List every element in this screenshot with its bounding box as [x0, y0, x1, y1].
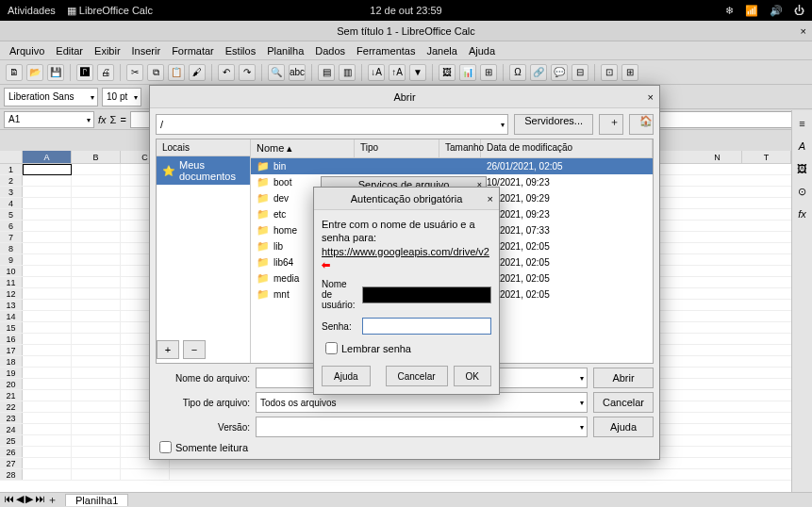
col-header-n[interactable]: N — [693, 151, 742, 163]
clock[interactable]: 12 de out 23:59 — [370, 5, 441, 16]
sheet-tab[interactable]: Planilha1 — [65, 494, 128, 506]
paste-icon[interactable]: 📋 — [168, 64, 185, 81]
menu-estilos[interactable]: Estilos — [222, 43, 259, 58]
sheet-last-icon[interactable]: ⏭ — [35, 493, 45, 507]
auth-dialog-close-button[interactable]: × — [488, 193, 493, 204]
sort-asc-icon[interactable]: ↓A — [368, 64, 385, 81]
pivot-icon[interactable]: ⊞ — [480, 64, 497, 81]
menu-arquivo[interactable]: Arquivo — [6, 43, 48, 58]
sheet-first-icon[interactable]: ⏮ — [4, 493, 14, 507]
col-header-a[interactable]: A — [23, 151, 72, 163]
sheet-prev-icon[interactable]: ◀ — [16, 493, 24, 507]
copy-icon[interactable]: ⧉ — [147, 64, 164, 81]
app-indicator[interactable]: ▦ LibreOffice Calc — [67, 5, 153, 17]
font-name-input[interactable] — [4, 88, 98, 106]
headers-icon[interactable]: ⊟ — [572, 64, 588, 81]
path-input[interactable] — [156, 114, 508, 135]
volume-icon[interactable]: 🔊 — [770, 5, 783, 17]
folder-icon: 📁 — [257, 208, 270, 221]
col-type[interactable]: Tipo — [355, 139, 439, 157]
open-button[interactable]: Abrir — [593, 368, 654, 388]
weather-icon[interactable]: ❄ — [725, 5, 734, 17]
find-icon[interactable]: 🔍 — [268, 64, 285, 81]
sidebar-gallery-icon[interactable]: 🖼 — [795, 161, 810, 176]
menu-formatar[interactable]: Formatar — [168, 43, 218, 58]
fx-icon[interactable]: fx — [98, 114, 107, 125]
menu-dados[interactable]: Dados — [311, 43, 349, 58]
link-icon[interactable]: 🔗 — [530, 64, 547, 81]
pdf-icon[interactable]: 🅿 — [76, 64, 93, 81]
menu-inserir[interactable]: Inserir — [128, 43, 165, 58]
col-header-b[interactable]: B — [72, 151, 121, 163]
sidebar-styles-icon[interactable]: A — [795, 139, 810, 154]
chart-icon[interactable]: 📊 — [459, 64, 476, 81]
menu-ferramentas[interactable]: Ferramentas — [353, 43, 419, 58]
power-icon[interactable]: ⏻ — [794, 5, 804, 16]
menu-planilha[interactable]: Planilha — [263, 43, 307, 58]
col-date[interactable]: Data de modificação — [481, 139, 653, 157]
network-icon[interactable]: 📶 — [745, 5, 758, 17]
sort-desc-icon[interactable]: ↑A — [389, 64, 406, 81]
comment-icon[interactable]: 💬 — [551, 64, 568, 81]
places-panel: Locais ⭐ Meus documentos + − — [157, 139, 251, 363]
places-remove-button[interactable]: − — [183, 340, 206, 359]
new-icon[interactable]: 🗎 — [6, 64, 23, 81]
menu-editar[interactable]: Editar — [52, 43, 87, 58]
special-icon[interactable]: Ω — [509, 64, 526, 81]
row-icon[interactable]: ▤ — [318, 64, 335, 81]
cell-reference-input[interactable] — [4, 111, 94, 128]
new-folder-button[interactable]: ＋ — [599, 114, 623, 135]
readonly-checkbox[interactable] — [159, 441, 172, 453]
sheet-add-icon[interactable]: ＋ — [47, 493, 58, 507]
undo-icon[interactable]: ↶ — [218, 64, 235, 81]
image-icon[interactable]: 🖼 — [439, 64, 456, 81]
auth-ok-button[interactable]: OK — [454, 366, 491, 386]
col-name[interactable]: Nome ▴ — [251, 139, 355, 157]
spell-icon[interactable]: abc — [289, 64, 306, 81]
menu-exibir[interactable]: Exibir — [91, 43, 124, 58]
menu-janela[interactable]: Janela — [423, 43, 460, 58]
sidebar-navigator-icon[interactable]: ⊙ — [795, 184, 810, 199]
menu-ajuda[interactable]: Ajuda — [465, 43, 499, 58]
password-input[interactable] — [362, 318, 491, 335]
sort-arrow-icon: ▴ — [287, 142, 292, 154]
servers-button[interactable]: Servidores... — [514, 114, 593, 135]
filter-icon[interactable]: ▼ — [409, 64, 426, 81]
open-icon[interactable]: 📂 — [26, 64, 43, 81]
folder-icon: 📁 — [257, 224, 270, 237]
filetype-select[interactable] — [256, 392, 588, 413]
split-icon[interactable]: ⊞ — [621, 64, 638, 81]
sheet-next-icon[interactable]: ▶ — [25, 493, 33, 507]
version-select[interactable] — [256, 417, 588, 437]
places-item-documents[interactable]: ⭐ Meus documentos — [157, 156, 250, 185]
version-label: Versão: — [156, 422, 250, 433]
sigma-icon[interactable]: Σ — [110, 114, 117, 125]
help-button[interactable]: Ajuda — [593, 417, 654, 437]
row[interactable]: 28 — [0, 469, 791, 481]
freeze-icon[interactable]: ⊡ — [601, 64, 618, 81]
file-row[interactable]: 📁 bin26/01/2021, 02:05 — [251, 158, 653, 174]
sidebar-properties-icon[interactable]: ≡ — [795, 116, 810, 131]
col-size[interactable]: Tamanho — [439, 139, 481, 157]
col-icon[interactable]: ▥ — [339, 64, 356, 81]
brush-icon[interactable]: 🖌 — [189, 64, 206, 81]
cut-icon[interactable]: ✂ — [126, 64, 143, 81]
sidebar-functions-icon[interactable]: fx — [795, 206, 810, 221]
places-add-button[interactable]: + — [157, 340, 179, 359]
activities-button[interactable]: Atividades — [8, 5, 56, 16]
redo-icon[interactable]: ↷ — [239, 64, 256, 81]
filename-label: Nome do arquivo: — [156, 373, 250, 384]
auth-cancel-button[interactable]: Cancelar — [386, 366, 448, 386]
print-icon[interactable]: 🖨 — [97, 64, 114, 81]
open-dialog-close-button[interactable]: × — [648, 91, 654, 103]
font-size-input[interactable] — [102, 88, 141, 106]
auth-help-button[interactable]: Ajuda — [322, 366, 371, 386]
equals-icon[interactable]: = — [120, 114, 125, 125]
window-close-button[interactable]: × — [801, 25, 806, 37]
save-icon[interactable]: 💾 — [47, 64, 64, 81]
username-input[interactable] — [362, 286, 491, 303]
cancel-button[interactable]: Cancelar — [593, 392, 654, 413]
col-header-t[interactable]: T — [742, 151, 791, 163]
remember-checkbox[interactable] — [325, 342, 338, 354]
up-folder-button[interactable]: 🏠 — [629, 114, 654, 135]
